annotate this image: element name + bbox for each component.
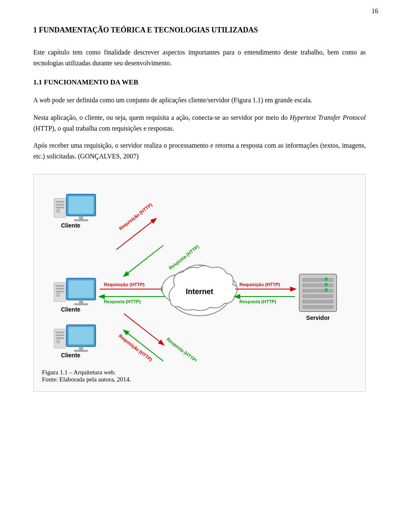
svg-point-22 bbox=[57, 293, 60, 297]
svg-text:Resposta (HTTP): Resposta (HTTP) bbox=[104, 299, 141, 304]
svg-rect-29 bbox=[69, 327, 94, 344]
svg-rect-60 bbox=[303, 278, 333, 282]
svg-rect-17 bbox=[74, 303, 88, 305]
section-paragraph-1: A web pode ser definida como um conjunto… bbox=[33, 95, 366, 106]
svg-rect-2 bbox=[79, 216, 83, 219]
page-number: 16 bbox=[372, 7, 378, 15]
svg-rect-35 bbox=[56, 337, 64, 339]
svg-rect-6 bbox=[56, 204, 64, 205]
svg-text:Cliente: Cliente bbox=[61, 352, 81, 359]
svg-text:Cliente: Cliente bbox=[61, 306, 81, 313]
svg-rect-5 bbox=[56, 201, 64, 203]
svg-text:Servidor: Servidor bbox=[306, 314, 330, 321]
svg-rect-61 bbox=[303, 284, 333, 287]
svg-rect-3 bbox=[74, 219, 88, 221]
section-title: 1.1 FUNCIONAMENTO DA WEB bbox=[33, 78, 366, 87]
figure-caption-line2: Fonte: Elaborada pela autora, 2014. bbox=[42, 376, 357, 383]
svg-point-67 bbox=[325, 283, 328, 286]
svg-rect-19 bbox=[56, 285, 64, 287]
svg-text:Requisição (HTTP): Requisição (HTTP) bbox=[104, 282, 145, 287]
svg-point-66 bbox=[325, 277, 328, 281]
svg-text:Resposta (HTTP): Resposta (HTTP) bbox=[166, 337, 198, 361]
svg-text:Cliente: Cliente bbox=[61, 222, 81, 229]
svg-point-68 bbox=[325, 288, 328, 292]
figure-container: Cliente Requisição (HTTP) Resposta (HTTP… bbox=[33, 174, 366, 392]
svg-point-36 bbox=[57, 340, 60, 343]
svg-rect-63 bbox=[303, 294, 333, 298]
svg-text:Requisição (HTTP): Requisição (HTTP) bbox=[118, 202, 153, 231]
intro-paragraph: Este capítulo tem como finalidade descre… bbox=[33, 47, 366, 68]
svg-text:Resposta (HTTP): Resposta (HTTP) bbox=[239, 299, 276, 304]
svg-rect-16 bbox=[79, 300, 83, 303]
svg-rect-64 bbox=[303, 300, 333, 303]
figure-caption-line1: Figura 1.1 – Arquitetura web. bbox=[42, 369, 357, 376]
svg-text:Requisição (HTTP): Requisição (HTTP) bbox=[118, 333, 153, 361]
section-paragraph-2: Nesta aplicação, o cliente, ou seja, que… bbox=[33, 112, 366, 134]
svg-text:Internet: Internet bbox=[186, 287, 213, 296]
svg-rect-33 bbox=[56, 332, 64, 333]
svg-rect-30 bbox=[79, 346, 83, 350]
svg-rect-1 bbox=[69, 196, 94, 214]
svg-rect-62 bbox=[303, 289, 333, 292]
svg-rect-34 bbox=[56, 334, 64, 336]
diagram-svg: Cliente Requisição (HTTP) Resposta (HTTP… bbox=[37, 183, 362, 361]
svg-rect-21 bbox=[56, 291, 64, 292]
svg-rect-65 bbox=[303, 305, 333, 309]
figure-caption: Figura 1.1 – Arquitetura web. Fonte: Ela… bbox=[42, 366, 357, 383]
svg-point-8 bbox=[57, 209, 60, 213]
section-paragraph-3: Após receber uma requisição, o servidor … bbox=[33, 140, 366, 161]
svg-rect-15 bbox=[69, 280, 94, 298]
svg-text:Requisição (HTTP): Requisição (HTTP) bbox=[239, 282, 280, 287]
svg-rect-7 bbox=[56, 207, 64, 208]
svg-line-12 bbox=[124, 245, 163, 276]
chapter-title: 1 FUNDAMENTAÇÃO TEÓRICA E TECNOLOGIAS UT… bbox=[33, 25, 366, 35]
svg-rect-20 bbox=[56, 288, 64, 290]
